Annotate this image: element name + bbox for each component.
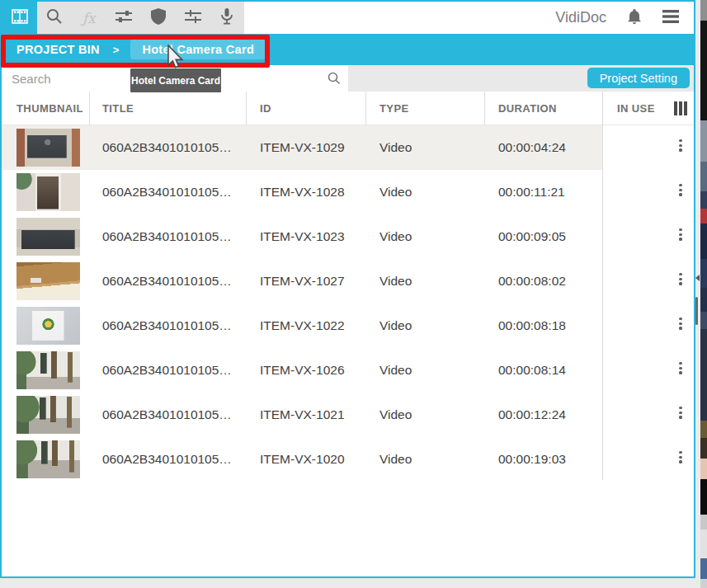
notification-bell-icon[interactable]: [626, 7, 643, 29]
table-row[interactable]: 060A2B3401010105… ITEM-VX-1020 Video 00:…: [2, 437, 694, 482]
row-menu-icon[interactable]: [676, 139, 685, 156]
cell-duration: 00:00:09:05: [498, 214, 566, 259]
effects-tool-button[interactable]: ƒx: [72, 2, 106, 34]
column-header-id[interactable]: ID: [260, 92, 271, 125]
background-window-sliver: [700, 0, 707, 588]
search-tool-button[interactable]: [37, 2, 72, 34]
column-header-in-use[interactable]: IN USE: [617, 92, 655, 125]
toolbar: ƒx: [2, 2, 694, 34]
thumbnail[interactable]: [16, 396, 80, 434]
column-divider: [246, 92, 247, 125]
thumbnail[interactable]: [16, 173, 80, 211]
breadcrumb-project-bin[interactable]: PROJECT BIN: [16, 43, 100, 56]
breadcrumb-current[interactable]: Hotel Camera Card: [130, 40, 266, 59]
table-row[interactable]: 060A2B3401010105… ITEM-VX-1029 Video 00:…: [2, 125, 694, 170]
cell-type: Video: [379, 303, 412, 348]
cell-type: Video: [379, 170, 412, 214]
cell-type: Video: [379, 259, 412, 303]
cell-id: ITEM-VX-1029: [260, 125, 345, 170]
cell-title: 060A2B3401010105…: [102, 348, 232, 393]
thumbnail[interactable]: [16, 218, 80, 256]
table-row[interactable]: 060A2B3401010105… ITEM-VX-1028 Video 00:…: [2, 170, 694, 214]
column-header-title[interactable]: TITLE: [102, 92, 134, 125]
thumbnail[interactable]: [16, 351, 80, 389]
row-menu-icon[interactable]: [676, 318, 685, 334]
row-menu-icon[interactable]: [676, 184, 685, 200]
search-row: Project Setting: [2, 65, 694, 92]
cell-type: Video: [379, 348, 412, 393]
cell-title: 060A2B3401010105…: [102, 393, 232, 437]
breadcrumb: PROJECT BIN > Hotel Camera Card: [2, 34, 694, 65]
cell-type: Video: [379, 437, 412, 482]
column-header-duration[interactable]: DURATION: [498, 92, 557, 125]
table-row[interactable]: 060A2B3401010105… ITEM-VX-1022 Video 00:…: [2, 303, 694, 348]
thumbnail[interactable]: [16, 440, 80, 478]
microphone-icon: [219, 7, 234, 30]
row-menu-icon[interactable]: [676, 362, 685, 379]
scrollbar-thumb[interactable]: [695, 297, 698, 325]
cell-id: ITEM-VX-1026: [260, 348, 345, 393]
app-title: VidiDoc: [555, 9, 606, 26]
cell-id: ITEM-VX-1022: [260, 303, 345, 348]
filter-sliders-icon: [183, 7, 203, 29]
search-icon: [45, 7, 64, 29]
column-divider: [365, 92, 366, 125]
cell-title: 060A2B3401010105…: [102, 303, 232, 348]
project-bin-filmstrip-icon: [10, 7, 30, 29]
table-body: 060A2B3401010105… ITEM-VX-1029 Video 00:…: [2, 125, 694, 482]
column-divider: [89, 92, 90, 125]
filter-tool-button[interactable]: [176, 2, 210, 34]
project-setting-button[interactable]: Project Setting: [587, 68, 690, 88]
cell-duration: 00:00:11:21: [498, 170, 565, 214]
table-row[interactable]: 060A2B3401010105… ITEM-VX-1023 Video 00:…: [2, 214, 694, 259]
column-divider: [484, 92, 485, 125]
cell-duration: 00:00:04:24: [498, 125, 566, 170]
breadcrumb-separator: >: [113, 44, 120, 56]
row-menu-icon[interactable]: [676, 407, 685, 423]
adjust-tool-button[interactable]: [106, 2, 141, 34]
mouse-cursor-icon: [167, 45, 186, 74]
row-menu-icon[interactable]: [676, 228, 685, 245]
cell-id: ITEM-VX-1023: [260, 214, 345, 259]
shield-tool-button[interactable]: [141, 2, 176, 34]
collapse-panel-arrow-icon[interactable]: [695, 275, 700, 281]
cell-type: Video: [379, 214, 412, 259]
sliders-icon: [114, 7, 134, 29]
column-chooser-icon[interactable]: [674, 101, 689, 115]
cell-title: 060A2B3401010105…: [102, 437, 232, 482]
column-header-thumbnail[interactable]: THUMBNAIL: [16, 92, 83, 125]
microphone-tool-button[interactable]: [210, 2, 244, 34]
effects-fx-icon: ƒx: [82, 10, 96, 26]
cell-type: Video: [379, 393, 412, 437]
table-row[interactable]: 060A2B3401010105… ITEM-VX-1021 Video 00:…: [2, 393, 694, 437]
screen: ƒx: [0, 0, 707, 588]
thumbnail[interactable]: [16, 262, 80, 300]
cell-duration: 00:00:12:24: [498, 393, 566, 437]
hamburger-menu-icon[interactable]: [662, 10, 679, 26]
cell-id: ITEM-VX-1028: [260, 170, 345, 214]
search-submit-icon[interactable]: [327, 71, 342, 89]
cell-id: ITEM-VX-1027: [260, 259, 345, 303]
cell-duration: 00:00:08:14: [498, 348, 566, 393]
cell-id: ITEM-VX-1021: [260, 393, 345, 437]
table-row[interactable]: 060A2B3401010105… ITEM-VX-1026 Video 00:…: [2, 348, 694, 393]
table-row[interactable]: 060A2B3401010105… ITEM-VX-1027 Video 00:…: [2, 259, 694, 303]
column-header-type[interactable]: TYPE: [379, 92, 409, 125]
cell-title: 060A2B3401010105…: [102, 214, 232, 259]
thumbnail[interactable]: [16, 307, 80, 345]
row-menu-icon[interactable]: [676, 273, 685, 289]
table-header: THUMBNAIL TITLE ID TYPE DURATION IN USE: [2, 92, 694, 125]
project-bin-tab[interactable]: [2, 2, 37, 34]
top-right-cluster: VidiDoc: [555, 2, 679, 34]
cell-duration: 00:00:08:18: [498, 303, 566, 348]
cell-duration: 00:00:19:03: [498, 437, 566, 482]
cell-title: 060A2B3401010105…: [102, 125, 232, 170]
cell-duration: 00:00:08:02: [498, 259, 566, 303]
cell-id: ITEM-VX-1020: [260, 437, 345, 482]
cell-title: 060A2B3401010105…: [102, 259, 232, 303]
app-window: ƒx: [0, 0, 695, 578]
shield-icon: [150, 7, 167, 29]
row-menu-icon[interactable]: [676, 451, 685, 468]
thumbnail[interactable]: [16, 129, 80, 167]
cell-type: Video: [379, 125, 412, 170]
